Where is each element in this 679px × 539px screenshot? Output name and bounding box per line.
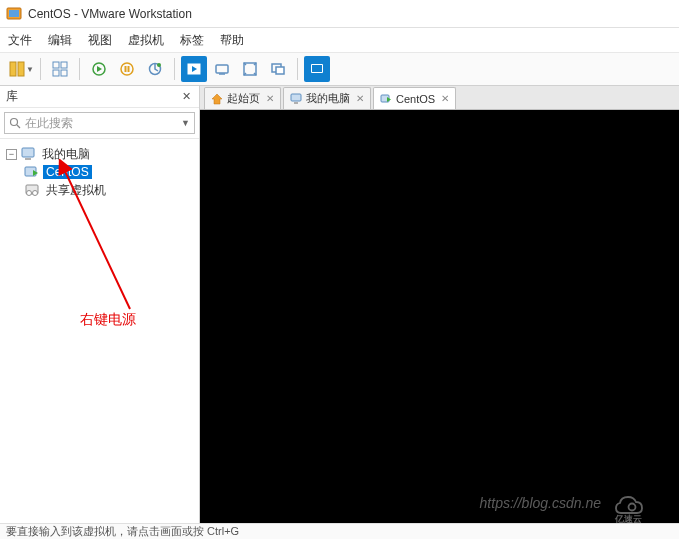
svg-marker-9	[97, 66, 102, 72]
svg-rect-17	[216, 65, 228, 73]
search-dropdown-icon[interactable]: ▼	[181, 118, 190, 128]
tab-label: 我的电脑	[306, 91, 350, 106]
tab-home[interactable]: 起始页 ✕	[204, 87, 281, 109]
content-area: 库 ✕ ▼ − 我的电脑	[0, 86, 679, 523]
vm-icon	[24, 165, 40, 179]
power-on-button[interactable]	[86, 56, 112, 82]
tab-close-icon[interactable]: ✕	[441, 93, 449, 104]
vm-icon	[380, 93, 392, 105]
suspend-button[interactable]	[114, 56, 140, 82]
toolbar-separator	[40, 58, 41, 80]
menubar: 文件 编辑 视图 虚拟机 标签 帮助	[0, 28, 679, 52]
tab-label: 起始页	[227, 91, 260, 106]
tree-item-label: CentOS	[43, 165, 92, 179]
tab-close-icon[interactable]: ✕	[266, 93, 274, 104]
computer-icon	[290, 93, 302, 105]
vm-console-view[interactable]	[200, 110, 679, 523]
toolbar-separator	[174, 58, 175, 80]
fullscreen-button[interactable]	[237, 56, 263, 82]
tree-root-my-computer[interactable]: − 我的电脑	[4, 145, 195, 163]
svg-rect-27	[25, 158, 31, 160]
console-view-button[interactable]	[304, 56, 330, 82]
menu-file[interactable]: 文件	[8, 32, 32, 49]
toolbar-separator	[79, 58, 80, 80]
svg-rect-21	[276, 67, 284, 74]
sidebar-close-icon[interactable]: ✕	[179, 90, 193, 104]
svg-rect-5	[61, 62, 67, 68]
snapshot-button[interactable]	[181, 56, 207, 82]
menu-view[interactable]: 视图	[88, 32, 112, 49]
tree-root-label: 我的电脑	[39, 146, 93, 163]
sidebar: 库 ✕ ▼ − 我的电脑	[0, 86, 200, 523]
sidebar-tree: − 我的电脑 CentOS 共享虚拟机	[0, 139, 199, 523]
status-text: 要直接输入到该虚拟机，请点击画面或按 Ctrl+G	[6, 524, 239, 539]
tabbar: 起始页 ✕ 我的电脑 ✕ CentOS ✕	[200, 86, 679, 110]
search-box[interactable]: ▼	[4, 112, 195, 134]
svg-rect-7	[61, 70, 67, 76]
svg-point-31	[27, 191, 32, 196]
svg-line-25	[17, 125, 20, 128]
tree-collapse-icon[interactable]: −	[6, 149, 17, 160]
tab-close-icon[interactable]: ✕	[356, 93, 364, 104]
svg-point-10	[121, 63, 133, 75]
snapshot-manager-button[interactable]	[209, 56, 235, 82]
svg-rect-37	[294, 102, 298, 104]
search-icon	[9, 117, 21, 129]
svg-rect-1	[9, 10, 19, 17]
titlebar: CentOS - VMware Workstation	[0, 0, 679, 28]
menu-tabs[interactable]: 标签	[180, 32, 204, 49]
app-icon	[6, 6, 22, 22]
tree-item-shared-vms[interactable]: 共享虚拟机	[4, 181, 195, 199]
svg-point-14	[157, 63, 161, 67]
search-input[interactable]	[25, 116, 177, 130]
toolbar-separator	[297, 58, 298, 80]
tab-my-computer[interactable]: 我的电脑 ✕	[283, 87, 371, 109]
restart-button[interactable]	[142, 56, 168, 82]
tab-label: CentOS	[396, 93, 435, 105]
toolbar: ▼	[0, 52, 679, 86]
svg-rect-4	[53, 62, 59, 68]
computer-icon	[20, 147, 36, 161]
svg-rect-3	[18, 62, 24, 76]
svg-rect-26	[22, 148, 34, 157]
shared-vm-icon	[24, 183, 40, 197]
svg-rect-6	[53, 70, 59, 76]
svg-rect-2	[10, 62, 16, 76]
tree-item-centos[interactable]: CentOS	[4, 163, 195, 181]
library-dropdown-icon[interactable]: ▼	[26, 65, 34, 74]
menu-vm[interactable]: 虚拟机	[128, 32, 164, 49]
annotation-text: 右键电源	[80, 311, 136, 329]
menu-help[interactable]: 帮助	[220, 32, 244, 49]
statusbar: 要直接输入到该虚拟机，请点击画面或按 Ctrl+G	[0, 523, 679, 539]
main-view: 起始页 ✕ 我的电脑 ✕ CentOS ✕	[200, 86, 679, 523]
sidebar-title: 库	[6, 88, 18, 105]
tab-centos[interactable]: CentOS ✕	[373, 87, 456, 109]
home-icon	[211, 93, 223, 105]
svg-rect-12	[128, 66, 130, 72]
svg-marker-35	[212, 94, 222, 104]
tree-item-label: 共享虚拟机	[43, 182, 109, 199]
svg-rect-36	[291, 94, 301, 101]
svg-rect-11	[125, 66, 127, 72]
thumbnails-button[interactable]	[47, 56, 73, 82]
svg-rect-23	[312, 65, 322, 72]
window-title: CentOS - VMware Workstation	[28, 7, 192, 21]
svg-point-24	[11, 119, 18, 126]
menu-edit[interactable]: 编辑	[48, 32, 72, 49]
svg-point-32	[33, 191, 38, 196]
sidebar-header: 库 ✕	[0, 86, 199, 108]
unity-button[interactable]	[265, 56, 291, 82]
search-wrap: ▼	[0, 108, 199, 139]
